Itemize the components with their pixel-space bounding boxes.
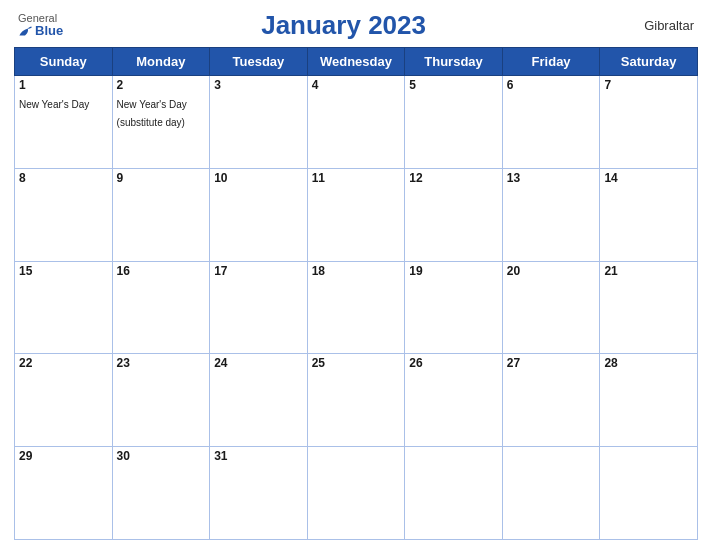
- day-number: 10: [214, 171, 303, 185]
- calendar-header: General Blue January 2023 Gibraltar: [14, 10, 698, 41]
- day-cell: 9: [112, 168, 210, 261]
- day-cell: 28: [600, 354, 698, 447]
- calendar-table: Sunday Monday Tuesday Wednesday Thursday…: [14, 47, 698, 540]
- region-label: Gibraltar: [624, 18, 694, 33]
- day-number: 4: [312, 78, 401, 92]
- day-number: 25: [312, 356, 401, 370]
- day-cell: 11: [307, 168, 405, 261]
- day-number: 24: [214, 356, 303, 370]
- day-number: 1: [19, 78, 108, 92]
- day-number: 13: [507, 171, 596, 185]
- day-cell: 15: [15, 261, 113, 354]
- day-cell: 3: [210, 76, 308, 169]
- day-number: 16: [117, 264, 206, 278]
- day-number: 31: [214, 449, 303, 463]
- day-number: 7: [604, 78, 693, 92]
- day-events: New Year's Day: [19, 94, 108, 112]
- day-cell: 23: [112, 354, 210, 447]
- day-number: 5: [409, 78, 498, 92]
- day-cell: 27: [502, 354, 600, 447]
- calendar-title: January 2023: [63, 10, 624, 41]
- day-cell: 22: [15, 354, 113, 447]
- day-cell: [502, 447, 600, 540]
- day-cell: 26: [405, 354, 503, 447]
- day-number: 21: [604, 264, 693, 278]
- day-number: 9: [117, 171, 206, 185]
- day-number: 11: [312, 171, 401, 185]
- col-wednesday: Wednesday: [307, 48, 405, 76]
- day-event-label: (substitute day): [117, 117, 185, 128]
- week-row-5: 293031: [15, 447, 698, 540]
- week-row-2: 891011121314: [15, 168, 698, 261]
- day-cell: 16: [112, 261, 210, 354]
- day-number: 27: [507, 356, 596, 370]
- day-number: 15: [19, 264, 108, 278]
- day-cell: [307, 447, 405, 540]
- calendar-thead: Sunday Monday Tuesday Wednesday Thursday…: [15, 48, 698, 76]
- day-cell: 12: [405, 168, 503, 261]
- day-cell: 30: [112, 447, 210, 540]
- day-cell: 5: [405, 76, 503, 169]
- col-sunday: Sunday: [15, 48, 113, 76]
- week-row-1: 1New Year's Day2New Year's Day(substitut…: [15, 76, 698, 169]
- day-event-label: New Year's Day: [117, 99, 187, 110]
- day-cell: 6: [502, 76, 600, 169]
- day-cell: 4: [307, 76, 405, 169]
- day-number: 3: [214, 78, 303, 92]
- col-tuesday: Tuesday: [210, 48, 308, 76]
- day-events: New Year's Day(substitute day): [117, 94, 206, 130]
- day-cell: 20: [502, 261, 600, 354]
- col-saturday: Saturday: [600, 48, 698, 76]
- day-number: 14: [604, 171, 693, 185]
- day-cell: 19: [405, 261, 503, 354]
- day-number: 23: [117, 356, 206, 370]
- day-number: 20: [507, 264, 596, 278]
- day-cell: 17: [210, 261, 308, 354]
- week-row-4: 22232425262728: [15, 354, 698, 447]
- day-number: 19: [409, 264, 498, 278]
- day-event-label: New Year's Day: [19, 99, 89, 110]
- day-cell: 29: [15, 447, 113, 540]
- day-cell: 1New Year's Day: [15, 76, 113, 169]
- days-header-row: Sunday Monday Tuesday Wednesday Thursday…: [15, 48, 698, 76]
- day-number: 12: [409, 171, 498, 185]
- day-cell: 18: [307, 261, 405, 354]
- day-cell: 21: [600, 261, 698, 354]
- day-number: 29: [19, 449, 108, 463]
- day-number: 28: [604, 356, 693, 370]
- day-number: 2: [117, 78, 206, 92]
- day-number: 17: [214, 264, 303, 278]
- week-row-3: 15161718192021: [15, 261, 698, 354]
- col-friday: Friday: [502, 48, 600, 76]
- day-cell: 8: [15, 168, 113, 261]
- day-number: 18: [312, 264, 401, 278]
- day-cell: 31: [210, 447, 308, 540]
- day-cell: 25: [307, 354, 405, 447]
- day-number: 30: [117, 449, 206, 463]
- day-cell: 14: [600, 168, 698, 261]
- day-cell: 13: [502, 168, 600, 261]
- day-number: 26: [409, 356, 498, 370]
- calendar-body: 1New Year's Day2New Year's Day(substitut…: [15, 76, 698, 540]
- day-cell: 10: [210, 168, 308, 261]
- logo-blue-text: Blue: [18, 24, 63, 38]
- day-cell: [600, 447, 698, 540]
- calendar-page: General Blue January 2023 Gibraltar Sund…: [0, 0, 712, 550]
- col-monday: Monday: [112, 48, 210, 76]
- day-number: 8: [19, 171, 108, 185]
- col-thursday: Thursday: [405, 48, 503, 76]
- day-number: 6: [507, 78, 596, 92]
- day-number: 22: [19, 356, 108, 370]
- day-cell: 24: [210, 354, 308, 447]
- day-cell: 2New Year's Day(substitute day): [112, 76, 210, 169]
- day-cell: [405, 447, 503, 540]
- day-cell: 7: [600, 76, 698, 169]
- logo-bird-icon: [18, 25, 32, 39]
- generalblue-logo: General Blue: [18, 12, 63, 38]
